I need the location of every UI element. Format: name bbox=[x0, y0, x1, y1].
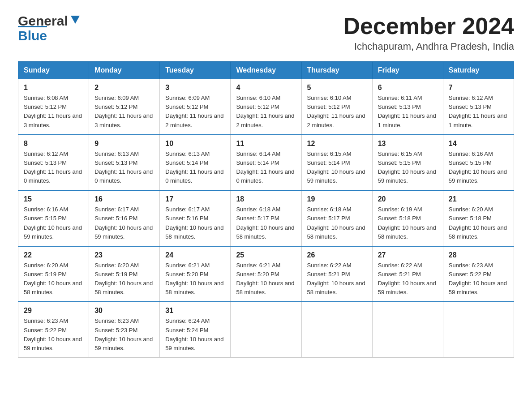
day-info: Sunrise: 6:21 AMSunset: 5:20 PMDaylight:… bbox=[236, 262, 294, 295]
day-info: Sunrise: 6:09 AMSunset: 5:12 PMDaylight:… bbox=[94, 94, 153, 128]
day-info: Sunrise: 6:24 AMSunset: 5:24 PMDaylight:… bbox=[165, 317, 223, 351]
calendar-cell: 23 Sunrise: 6:20 AMSunset: 5:19 PMDaylig… bbox=[89, 246, 160, 302]
day-number: 11 bbox=[236, 140, 296, 148]
calendar-cell: 4 Sunrise: 6:10 AMSunset: 5:12 PMDayligh… bbox=[231, 79, 301, 135]
calendar-cell bbox=[301, 302, 372, 357]
day-info: Sunrise: 6:16 AMSunset: 5:15 PMDaylight:… bbox=[449, 150, 507, 184]
day-info: Sunrise: 6:22 AMSunset: 5:21 PMDaylight:… bbox=[307, 262, 365, 295]
day-number: 10 bbox=[165, 140, 225, 148]
calendar-cell: 15 Sunrise: 6:16 AMSunset: 5:15 PMDaylig… bbox=[18, 190, 89, 246]
day-info: Sunrise: 6:22 AMSunset: 5:21 PMDaylight:… bbox=[378, 262, 436, 295]
day-info: Sunrise: 6:10 AMSunset: 5:12 PMDaylight:… bbox=[307, 94, 365, 128]
day-info: Sunrise: 6:21 AMSunset: 5:20 PMDaylight:… bbox=[165, 262, 223, 295]
calendar-cell: 5 Sunrise: 6:10 AMSunset: 5:12 PMDayligh… bbox=[301, 79, 372, 135]
day-number: 30 bbox=[94, 307, 154, 315]
calendar-cell: 14 Sunrise: 6:16 AMSunset: 5:15 PMDaylig… bbox=[443, 135, 514, 191]
calendar-cell: 2 Sunrise: 6:09 AMSunset: 5:12 PMDayligh… bbox=[89, 79, 160, 135]
day-number: 17 bbox=[165, 195, 225, 203]
calendar-cell: 30 Sunrise: 6:23 AMSunset: 5:23 PMDaylig… bbox=[89, 302, 160, 357]
day-number: 13 bbox=[378, 140, 438, 148]
day-info: Sunrise: 6:11 AMSunset: 5:13 PMDaylight:… bbox=[378, 94, 436, 128]
day-number: 24 bbox=[165, 251, 225, 259]
day-number: 21 bbox=[449, 195, 508, 203]
calendar-cell: 3 Sunrise: 6:09 AMSunset: 5:12 PMDayligh… bbox=[160, 79, 231, 135]
location-text: Ichchapuram, Andhra Pradesh, India bbox=[343, 41, 514, 52]
calendar-cell: 16 Sunrise: 6:17 AMSunset: 5:16 PMDaylig… bbox=[89, 190, 160, 246]
day-info: Sunrise: 6:15 AMSunset: 5:14 PMDaylight:… bbox=[307, 150, 365, 184]
day-number: 31 bbox=[165, 307, 225, 315]
calendar-cell: 18 Sunrise: 6:18 AMSunset: 5:17 PMDaylig… bbox=[231, 190, 301, 246]
logo-arrow-icon bbox=[69, 13, 82, 26]
calendar-table: SundayMondayTuesdayWednesdayThursdayFrid… bbox=[18, 61, 514, 358]
weekday-header-thursday: Thursday bbox=[301, 62, 372, 79]
calendar-cell bbox=[231, 302, 301, 357]
month-title: December 2024 bbox=[343, 13, 514, 39]
day-number: 27 bbox=[378, 251, 438, 259]
day-number: 4 bbox=[236, 84, 296, 92]
calendar-cell: 19 Sunrise: 6:18 AMSunset: 5:17 PMDaylig… bbox=[301, 190, 372, 246]
calendar-cell: 10 Sunrise: 6:13 AMSunset: 5:14 PMDaylig… bbox=[160, 135, 231, 191]
day-info: Sunrise: 6:23 AMSunset: 5:22 PMDaylight:… bbox=[449, 262, 507, 295]
calendar-cell: 26 Sunrise: 6:22 AMSunset: 5:21 PMDaylig… bbox=[301, 246, 372, 302]
day-number: 7 bbox=[449, 84, 508, 92]
calendar-cell: 11 Sunrise: 6:14 AMSunset: 5:14 PMDaylig… bbox=[231, 135, 301, 191]
day-number: 1 bbox=[24, 84, 83, 92]
logo-blue-text: Blue bbox=[18, 26, 47, 43]
calendar-cell bbox=[443, 302, 514, 357]
day-number: 23 bbox=[94, 251, 154, 259]
logo: General Blue bbox=[18, 13, 82, 43]
calendar-cell: 29 Sunrise: 6:23 AMSunset: 5:22 PMDaylig… bbox=[18, 302, 89, 357]
calendar-cell: 22 Sunrise: 6:20 AMSunset: 5:19 PMDaylig… bbox=[18, 246, 89, 302]
day-info: Sunrise: 6:18 AMSunset: 5:17 PMDaylight:… bbox=[236, 206, 294, 240]
calendar-cell: 6 Sunrise: 6:11 AMSunset: 5:13 PMDayligh… bbox=[372, 79, 443, 135]
day-info: Sunrise: 6:12 AMSunset: 5:13 PMDaylight:… bbox=[449, 94, 507, 128]
weekday-header-row: SundayMondayTuesdayWednesdayThursdayFrid… bbox=[18, 62, 514, 79]
day-number: 12 bbox=[307, 140, 367, 148]
day-info: Sunrise: 6:13 AMSunset: 5:14 PMDaylight:… bbox=[165, 150, 223, 184]
weekday-header-tuesday: Tuesday bbox=[160, 62, 231, 79]
calendar-cell: 9 Sunrise: 6:13 AMSunset: 5:13 PMDayligh… bbox=[89, 135, 160, 191]
svg-marker-0 bbox=[71, 16, 80, 24]
calendar-cell: 1 Sunrise: 6:08 AMSunset: 5:12 PMDayligh… bbox=[18, 79, 89, 135]
day-number: 19 bbox=[307, 195, 367, 203]
day-info: Sunrise: 6:10 AMSunset: 5:12 PMDaylight:… bbox=[236, 94, 294, 128]
day-number: 2 bbox=[94, 84, 154, 92]
calendar-cell: 25 Sunrise: 6:21 AMSunset: 5:20 PMDaylig… bbox=[231, 246, 301, 302]
day-number: 15 bbox=[24, 195, 83, 203]
calendar-week-row: 29 Sunrise: 6:23 AMSunset: 5:22 PMDaylig… bbox=[18, 302, 514, 357]
day-info: Sunrise: 6:20 AMSunset: 5:19 PMDaylight:… bbox=[24, 262, 82, 295]
day-number: 25 bbox=[236, 251, 296, 259]
title-block: December 2024 Ichchapuram, Andhra Prades… bbox=[343, 13, 514, 52]
calendar-cell: 17 Sunrise: 6:17 AMSunset: 5:16 PMDaylig… bbox=[160, 190, 231, 246]
day-info: Sunrise: 6:14 AMSunset: 5:14 PMDaylight:… bbox=[236, 150, 294, 184]
day-number: 3 bbox=[165, 84, 225, 92]
day-info: Sunrise: 6:09 AMSunset: 5:12 PMDaylight:… bbox=[165, 94, 223, 128]
weekday-header-monday: Monday bbox=[89, 62, 160, 79]
calendar-cell: 21 Sunrise: 6:20 AMSunset: 5:18 PMDaylig… bbox=[443, 190, 514, 246]
calendar-cell: 13 Sunrise: 6:15 AMSunset: 5:15 PMDaylig… bbox=[372, 135, 443, 191]
day-info: Sunrise: 6:17 AMSunset: 5:16 PMDaylight:… bbox=[94, 206, 153, 240]
day-number: 26 bbox=[307, 251, 367, 259]
calendar-cell: 27 Sunrise: 6:22 AMSunset: 5:21 PMDaylig… bbox=[372, 246, 443, 302]
day-number: 29 bbox=[24, 307, 83, 315]
day-number: 20 bbox=[378, 195, 438, 203]
calendar-week-row: 15 Sunrise: 6:16 AMSunset: 5:15 PMDaylig… bbox=[18, 190, 514, 246]
weekday-header-saturday: Saturday bbox=[443, 62, 514, 79]
calendar-cell: 28 Sunrise: 6:23 AMSunset: 5:22 PMDaylig… bbox=[443, 246, 514, 302]
day-number: 8 bbox=[24, 140, 83, 148]
calendar-cell: 8 Sunrise: 6:12 AMSunset: 5:13 PMDayligh… bbox=[18, 135, 89, 191]
day-info: Sunrise: 6:23 AMSunset: 5:23 PMDaylight:… bbox=[94, 317, 153, 351]
day-info: Sunrise: 6:20 AMSunset: 5:18 PMDaylight:… bbox=[449, 206, 507, 240]
day-number: 9 bbox=[94, 140, 154, 148]
calendar-week-row: 1 Sunrise: 6:08 AMSunset: 5:12 PMDayligh… bbox=[18, 79, 514, 135]
day-number: 22 bbox=[24, 251, 83, 259]
day-info: Sunrise: 6:18 AMSunset: 5:17 PMDaylight:… bbox=[307, 206, 365, 240]
day-info: Sunrise: 6:19 AMSunset: 5:18 PMDaylight:… bbox=[378, 206, 436, 240]
calendar-cell: 12 Sunrise: 6:15 AMSunset: 5:14 PMDaylig… bbox=[301, 135, 372, 191]
calendar-cell: 20 Sunrise: 6:19 AMSunset: 5:18 PMDaylig… bbox=[372, 190, 443, 246]
weekday-header-wednesday: Wednesday bbox=[231, 62, 301, 79]
calendar-week-row: 22 Sunrise: 6:20 AMSunset: 5:19 PMDaylig… bbox=[18, 246, 514, 302]
day-number: 14 bbox=[449, 140, 508, 148]
calendar-cell: 7 Sunrise: 6:12 AMSunset: 5:13 PMDayligh… bbox=[443, 79, 514, 135]
day-info: Sunrise: 6:13 AMSunset: 5:13 PMDaylight:… bbox=[94, 150, 153, 184]
